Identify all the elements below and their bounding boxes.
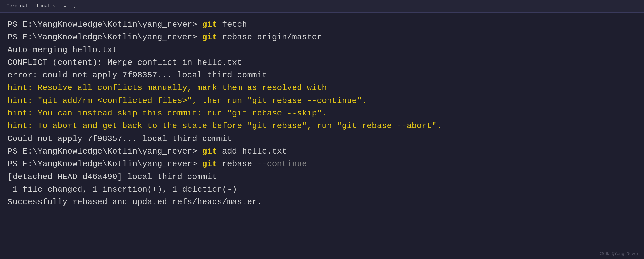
terminal-text: PS E:\YangKnowledge\Kotlin\yang_never> — [8, 159, 202, 169]
terminal-text: git — [202, 159, 217, 169]
terminal-line: PS E:\YangKnowledge\Kotlin\yang_never> g… — [8, 31, 636, 43]
terminal-line: PS E:\YangKnowledge\Kotlin\yang_never> g… — [8, 158, 636, 170]
terminal-text: git — [202, 147, 217, 156]
terminal-line: hint: Resolve all conflicts manually, ma… — [8, 82, 636, 94]
tab-local-close[interactable]: ✕ — [53, 3, 55, 8]
terminal-line: hint: To abort and get back to the state… — [8, 120, 636, 132]
terminal-text: hint: You can instead skip this commit: … — [8, 109, 327, 118]
terminal-text: Successfully rebased and updated refs/he… — [8, 197, 262, 207]
tab-local[interactable]: Local ✕ — [32, 0, 59, 12]
tab-local-label: Local — [37, 3, 50, 8]
terminal-text: error: could not apply 7f98357... local … — [8, 70, 267, 80]
terminal-line: error: could not apply 7f98357... local … — [8, 69, 636, 82]
tab-terminal[interactable]: Terminal — [3, 0, 32, 12]
watermark: CSDN @Yang-Never — [600, 251, 639, 256]
terminal-line: hint: "git add/rm <conflicted_files>", t… — [8, 94, 636, 107]
terminal-text: Auto-merging hello.txt — [8, 45, 117, 55]
terminal-text: rebase origin/master — [217, 32, 322, 42]
tab-bar: Terminal Local ✕ + ⌄ — [0, 0, 644, 13]
terminal-text: git — [202, 20, 217, 29]
terminal-line: Successfully rebased and updated refs/he… — [8, 196, 636, 208]
tab-terminal-label: Terminal — [7, 3, 28, 8]
terminal-line: Auto-merging hello.txt — [8, 44, 636, 56]
terminal-text: git — [202, 32, 217, 42]
terminal-text: CONFLICT (content): Merge conflict in he… — [8, 58, 242, 67]
terminal-line: 1 file changed, 1 insertion(+), 1 deleti… — [8, 183, 636, 196]
tab-new-button[interactable]: + — [62, 3, 68, 10]
terminal-line: hint: You can instead skip this commit: … — [8, 107, 636, 120]
terminal-line: PS E:\YangKnowledge\Kotlin\yang_never> g… — [8, 18, 636, 31]
terminal-line: CONFLICT (content): Merge conflict in he… — [8, 56, 636, 69]
terminal-line: PS E:\YangKnowledge\Kotlin\yang_never> g… — [8, 145, 636, 158]
tab-actions: + ⌄ — [62, 3, 78, 10]
terminal-line: [detached HEAD d46a490] local third comm… — [8, 171, 636, 183]
terminal-text: Could not apply 7f98357... local third c… — [8, 134, 232, 144]
terminal-body: PS E:\YangKnowledge\Kotlin\yang_never> g… — [0, 13, 644, 259]
terminal-text: add hello.txt — [217, 147, 287, 156]
terminal-text: PS E:\YangKnowledge\Kotlin\yang_never> — [8, 20, 202, 29]
terminal-text: fetch — [217, 20, 247, 29]
terminal-text: PS E:\YangKnowledge\Kotlin\yang_never> — [8, 147, 202, 156]
terminal-text: hint: To abort and get back to the state… — [8, 121, 442, 131]
terminal-line: Could not apply 7f98357... local third c… — [8, 132, 636, 145]
terminal-text: PS E:\YangKnowledge\Kotlin\yang_never> — [8, 32, 202, 42]
terminal-text: hint: Resolve all conflicts manually, ma… — [8, 83, 327, 93]
tab-dropdown-button[interactable]: ⌄ — [71, 3, 78, 10]
terminal-text: --continue — [257, 159, 307, 169]
terminal-text: rebase — [217, 159, 257, 169]
terminal-text: [detached HEAD d46a490] local third comm… — [8, 172, 217, 182]
terminal-text: hint: "git add/rm <conflicted_files>", t… — [8, 96, 367, 105]
terminal-text: 1 file changed, 1 insertion(+), 1 deleti… — [8, 185, 237, 194]
